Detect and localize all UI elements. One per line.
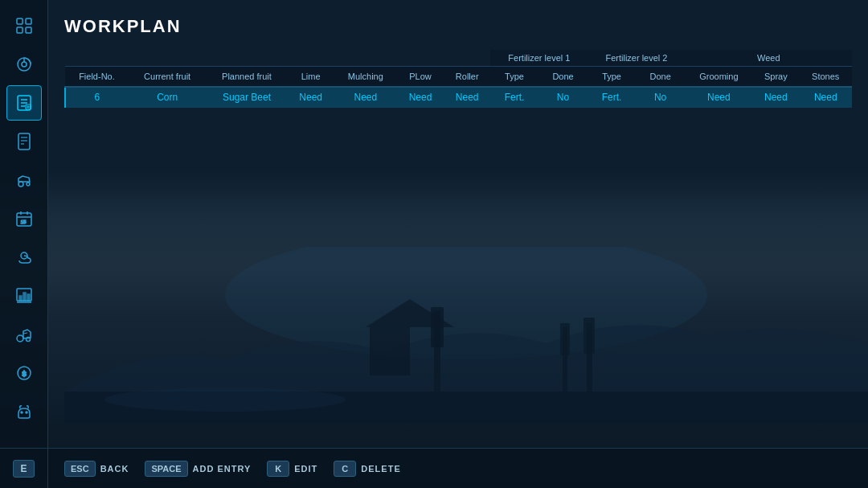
key-label-esc: BACK (100, 464, 129, 474)
col-grooming: Grooming (686, 67, 753, 88)
table-cell: Need (334, 87, 397, 108)
key-label-space: ADD ENTRY (193, 464, 252, 474)
svg-point-16 (22, 62, 27, 67)
col-roller: Roller (444, 67, 490, 88)
tractor-icon (14, 325, 34, 344)
weather-icon (14, 248, 34, 267)
sidebar-item-vehicles[interactable] (6, 162, 42, 198)
vehicles-icon (14, 170, 34, 190)
table-cell: Need (397, 87, 444, 108)
col-mulching: Mulching (334, 67, 397, 88)
col-lime: Lime (288, 67, 334, 88)
col-type2: Type (588, 67, 635, 88)
col-type1: Type (490, 67, 538, 88)
svg-point-30 (27, 182, 30, 186)
sidebar-item-stats[interactable] (6, 47, 42, 82)
table-container: Fertilizer level 1 Fertilizer level 2 We… (64, 50, 852, 108)
svg-point-48 (26, 412, 27, 413)
contracts-icon (14, 132, 34, 151)
bottom-bar: ESCBACKSPACEADD ENTRYKEDITCDELETE (48, 448, 868, 488)
bottom-btn-k[interactable]: KEDIT (267, 461, 317, 477)
col-field-no: Field-No. (65, 67, 129, 88)
table-cell: No (636, 87, 686, 108)
table-cell: Corn (129, 87, 206, 108)
table-cell: 6 (65, 87, 129, 108)
e-badge: E (13, 460, 34, 478)
col-current-fruit: Current fruit (129, 67, 206, 88)
sidebar-item-finance[interactable]: $ (6, 355, 42, 391)
bottom-left-key: E (0, 448, 48, 488)
workplan-icon (14, 93, 34, 113)
key-badge-space: SPACE (145, 461, 187, 477)
svg-text:$: $ (22, 370, 26, 378)
workplan-table: Fertilizer level 1 Fertilizer level 2 We… (64, 50, 852, 108)
main-content: WORKPLAN Fertilizer level 1 Fertilizer l… (48, 0, 868, 488)
sidebar-item-animals[interactable] (6, 394, 42, 429)
col-stones: Stones (799, 67, 852, 88)
table-cell: Fert. (588, 87, 635, 108)
sidebar-item-weather[interactable] (6, 240, 42, 275)
svg-rect-40 (23, 293, 26, 301)
svg-point-29 (18, 182, 23, 187)
svg-rect-13 (17, 27, 23, 33)
col-done2: Done (636, 67, 686, 88)
finance-icon: $ (14, 363, 34, 383)
svg-point-42 (17, 335, 23, 342)
animals-icon (14, 402, 34, 421)
stats-icon (14, 55, 34, 74)
svg-rect-12 (26, 18, 31, 24)
bottom-btn-esc[interactable]: ESCBACK (64, 461, 129, 477)
sidebar: 15 $ (0, 0, 48, 488)
table-cell: No (538, 87, 588, 108)
table-cell: Sugar Beet (206, 87, 287, 108)
group-fert1: Fertilizer level 1 (490, 50, 588, 67)
col-plow: PLow (397, 67, 444, 88)
group-header-row: Fertilizer level 1 Fertilizer level 2 We… (65, 50, 852, 67)
sidebar-item-tractor[interactable] (6, 317, 42, 352)
map-icon (14, 16, 34, 35)
table-cell: Need (686, 87, 753, 108)
bottom-btn-c[interactable]: CDELETE (334, 461, 400, 477)
svg-rect-25 (18, 133, 30, 150)
group-empty (65, 50, 490, 67)
key-label-k: EDIT (294, 464, 317, 474)
key-badge-esc: ESC (64, 461, 96, 477)
svg-text:15: 15 (20, 219, 26, 224)
sidebar-item-workplan[interactable] (6, 85, 42, 121)
svg-rect-41 (27, 294, 30, 301)
col-header-row: Field-No. Current fruit Planned fruit Li… (65, 67, 852, 88)
group-fert2: Fertilizer level 2 (588, 50, 685, 67)
col-planned-fruit: Planned fruit (206, 67, 287, 88)
bottom-btn-space[interactable]: SPACEADD ENTRY (145, 461, 251, 477)
svg-point-47 (21, 412, 23, 413)
chart-icon (14, 286, 34, 306)
table-row[interactable]: 6CornSugar BeetNeedNeedNeedNeedFert.NoFe… (65, 87, 852, 108)
table-cell: Need (444, 87, 490, 108)
key-label-c: DELETE (361, 464, 400, 474)
sidebar-item-calendar[interactable]: 15 (6, 201, 42, 236)
sidebar-item-contracts[interactable] (6, 124, 42, 159)
table-cell: Fert. (490, 87, 538, 108)
sidebar-item-chart[interactable] (6, 278, 42, 314)
col-done1: Done (538, 67, 588, 88)
sidebar-item-map[interactable] (6, 8, 42, 43)
table-cell: Need (288, 87, 334, 108)
svg-rect-39 (19, 296, 22, 301)
group-weed: Weed (686, 50, 853, 67)
table-body: 6CornSugar BeetNeedNeedNeedNeedFert.NoFe… (65, 87, 852, 108)
svg-rect-11 (17, 18, 23, 24)
col-spray: Spray (752, 67, 799, 88)
key-badge-c: C (334, 461, 356, 477)
calendar-icon: 15 (14, 209, 34, 228)
page-title: WORKPLAN (64, 16, 852, 37)
key-badge-k: K (267, 461, 289, 477)
svg-rect-14 (26, 27, 31, 33)
table-cell: Need (799, 87, 852, 108)
table-cell: Need (752, 87, 799, 108)
